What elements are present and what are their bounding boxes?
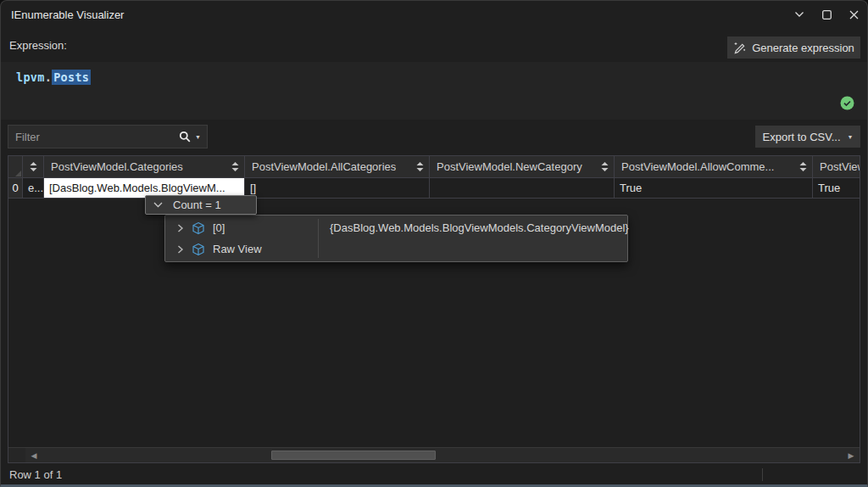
column-header-newcategory[interactable]: PostViewModel.NewCategory [430, 156, 615, 177]
cell-newcategory[interactable] [430, 178, 615, 198]
expression-valid-check-icon [840, 96, 854, 110]
column-header-categories[interactable]: PostViewModel.Categories [44, 156, 245, 177]
sort-icon [596, 162, 614, 171]
scroll-right-arrow[interactable]: ▶ [844, 448, 858, 462]
datatip-item-name: Raw View [213, 243, 262, 255]
maximize-icon [822, 10, 832, 20]
datatip-column-separator [318, 219, 319, 258]
maximize-button[interactable] [813, 1, 840, 28]
generate-pencil-sparkle-icon [733, 42, 746, 54]
window-menu-button[interactable] [786, 1, 813, 28]
sort-icon [30, 162, 37, 171]
cell-value-preview[interactable]: e... [23, 178, 44, 198]
window-title: IEnumerable Visualizer [11, 8, 124, 21]
row-count-status: Row 1 of 1 [9, 468, 62, 481]
scrollbar-thumb[interactable] [271, 451, 436, 460]
scroll-left-arrow[interactable]: ◀ [27, 448, 41, 462]
chevron-right-icon [177, 224, 184, 232]
cell-allcategories[interactable]: [] [245, 178, 430, 198]
cell-allowcomments[interactable]: True [615, 178, 813, 198]
select-all-cell[interactable] [8, 156, 23, 177]
datatip-item-raw-view[interactable]: Raw View [165, 238, 627, 260]
column-header-allcategories[interactable]: PostViewModel.AllCategories [245, 156, 430, 177]
filter-options-caret-icon: ▼ [195, 134, 201, 140]
cell-postview[interactable]: True [813, 178, 860, 198]
grid-header-row: PostViewModel.Categories PostViewModel.A… [8, 156, 860, 178]
grid-data-row: 0 e... [DasBlog.Web.Models.BlogViewM... … [8, 178, 860, 199]
datatip-item-0[interactable]: [0] {DasBlog.Web.Models.BlogViewModels.C… [165, 217, 627, 238]
statusbar-divider [762, 468, 763, 481]
column-header-value-preview[interactable] [23, 156, 44, 177]
expression-label: Expression: [9, 39, 67, 52]
chevron-right-icon [177, 245, 184, 254]
filter-box: ▼ [8, 125, 208, 148]
expression-code: lpvm.Posts [16, 70, 91, 84]
code-token-object: lpvm [16, 70, 45, 84]
export-to-csv-button[interactable]: Export to CSV... ▼ [755, 126, 860, 148]
chevron-down-icon [153, 202, 163, 208]
sort-icon [411, 162, 429, 171]
filter-input[interactable] [8, 131, 173, 143]
export-caret-icon: ▼ [848, 134, 854, 140]
datatip-panel: [0] {DasBlog.Web.Models.BlogViewModels.C… [164, 215, 628, 262]
scrollbar-corner [8, 447, 25, 462]
close-icon [849, 10, 859, 20]
chevron-down-icon [794, 11, 804, 18]
datatip-count-label: Count = 1 [173, 199, 221, 211]
row-header-cell[interactable]: 0 [8, 178, 23, 198]
code-token-member-selected: Posts [52, 70, 91, 85]
code-token-dot: . [45, 70, 52, 84]
ienumerable-visualizer-window: IEnumerable Visualizer Expression: [0, 0, 868, 487]
horizontal-scrollbar[interactable]: ◀ ▶ [25, 447, 860, 462]
sort-icon [226, 162, 244, 171]
status-bar: Row 1 of 1 [1, 465, 867, 484]
results-grid: PostViewModel.Categories PostViewModel.A… [8, 155, 860, 463]
generate-expression-label: Generate expression [752, 42, 854, 54]
expression-editor[interactable]: lpvm.Posts [1, 62, 867, 120]
export-label: Export to CSV... [763, 131, 841, 143]
generate-expression-button[interactable]: Generate expression [727, 36, 860, 59]
object-cube-icon [192, 221, 205, 235]
datatip-item-value: {DasBlog.Web.Models.BlogViewModels.Categ… [330, 221, 629, 234]
select-all-triangle-icon [15, 171, 21, 176]
datatip-count-expander[interactable]: Count = 1 [145, 195, 257, 215]
column-header-allowcomments[interactable]: PostViewModel.AllowComme... [615, 156, 813, 177]
close-button[interactable] [840, 1, 867, 28]
object-cube-icon [192, 243, 205, 256]
window-controls [786, 1, 867, 28]
title-bar: IEnumerable Visualizer [1, 1, 867, 28]
column-header-postview[interactable]: PostView [813, 156, 860, 177]
filter-search-button[interactable]: ▼ [173, 126, 207, 148]
search-icon [179, 131, 191, 143]
sort-icon [794, 162, 812, 171]
datatip-item-name: [0] [213, 221, 225, 234]
